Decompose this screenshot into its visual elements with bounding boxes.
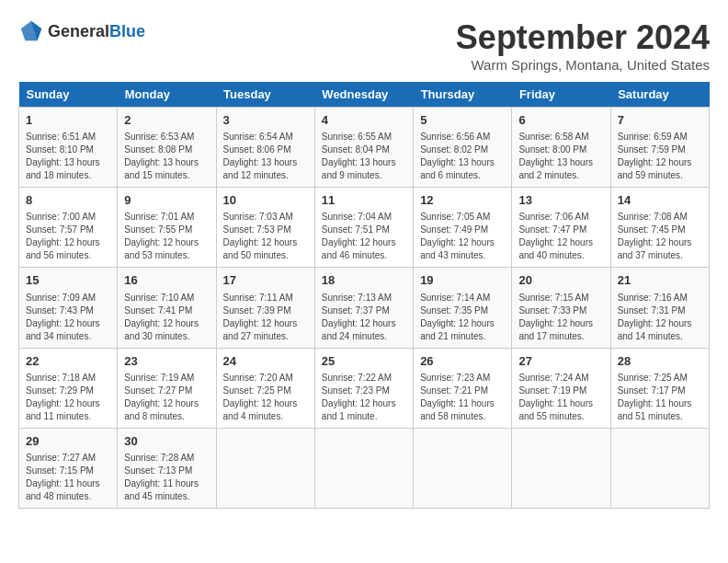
day-info: Sunrise: 7:14 AMSunset: 7:35 PMDaylight:…	[420, 292, 505, 343]
calendar-cell: 8Sunrise: 7:00 AMSunset: 7:57 PMDaylight…	[19, 188, 118, 268]
day-info: Sunrise: 7:16 AMSunset: 7:31 PMDaylight:…	[618, 292, 702, 343]
calendar-cell	[414, 428, 512, 508]
calendar-cell: 23Sunrise: 7:19 AMSunset: 7:27 PMDayligh…	[118, 348, 216, 428]
day-number: 3	[223, 112, 308, 129]
day-number: 5	[420, 112, 505, 129]
day-info: Sunrise: 7:15 AMSunset: 7:33 PMDaylight:…	[518, 292, 603, 343]
calendar-row-1: 1Sunrise: 6:51 AMSunset: 8:10 PMDaylight…	[19, 108, 710, 188]
logo: GeneralBlue	[18, 18, 145, 44]
day-number: 25	[322, 353, 406, 370]
calendar-cell: 28Sunrise: 7:25 AMSunset: 7:17 PMDayligh…	[610, 348, 709, 428]
day-info: Sunrise: 7:09 AMSunset: 7:43 PMDaylight:…	[26, 292, 110, 343]
logo-icon	[18, 18, 44, 44]
day-number: 11	[322, 192, 406, 209]
calendar-cell: 22Sunrise: 7:18 AMSunset: 7:29 PMDayligh…	[19, 348, 118, 428]
calendar-cell: 27Sunrise: 7:24 AMSunset: 7:19 PMDayligh…	[512, 348, 610, 428]
day-number: 12	[420, 192, 505, 209]
day-info: Sunrise: 7:06 AMSunset: 7:47 PMDaylight:…	[518, 211, 603, 262]
calendar-cell	[610, 428, 709, 508]
calendar-cell: 3Sunrise: 6:54 AMSunset: 8:06 PMDaylight…	[216, 108, 314, 188]
day-info: Sunrise: 6:54 AMSunset: 8:06 PMDaylight:…	[223, 131, 308, 182]
day-info: Sunrise: 7:22 AMSunset: 7:23 PMDaylight:…	[322, 372, 406, 423]
day-number: 15	[26, 272, 110, 289]
calendar-cell: 16Sunrise: 7:10 AMSunset: 7:41 PMDayligh…	[118, 268, 216, 348]
day-number: 27	[518, 353, 603, 370]
day-info: Sunrise: 7:10 AMSunset: 7:41 PMDaylight:…	[124, 292, 209, 343]
day-info: Sunrise: 6:58 AMSunset: 8:00 PMDaylight:…	[518, 131, 603, 182]
day-info: Sunrise: 7:28 AMSunset: 7:13 PMDaylight:…	[124, 452, 209, 503]
calendar-cell	[216, 428, 314, 508]
day-info: Sunrise: 6:56 AMSunset: 8:02 PMDaylight:…	[420, 131, 505, 182]
day-info: Sunrise: 7:25 AMSunset: 7:17 PMDaylight:…	[618, 372, 702, 423]
calendar-cell: 2Sunrise: 6:53 AMSunset: 8:08 PMDaylight…	[118, 108, 216, 188]
day-number: 19	[420, 272, 505, 289]
calendar-cell: 21Sunrise: 7:16 AMSunset: 7:31 PMDayligh…	[610, 268, 709, 348]
day-number: 29	[26, 433, 110, 450]
day-info: Sunrise: 7:05 AMSunset: 7:49 PMDaylight:…	[420, 211, 505, 262]
calendar-cell: 25Sunrise: 7:22 AMSunset: 7:23 PMDayligh…	[314, 348, 413, 428]
day-number: 30	[124, 433, 209, 450]
calendar-row-5: 29Sunrise: 7:27 AMSunset: 7:15 PMDayligh…	[19, 428, 710, 508]
header-tuesday: Tuesday	[216, 82, 314, 108]
calendar-cell: 5Sunrise: 6:56 AMSunset: 8:02 PMDaylight…	[414, 108, 512, 188]
calendar-cell: 12Sunrise: 7:05 AMSunset: 7:49 PMDayligh…	[414, 188, 512, 268]
calendar-cell: 14Sunrise: 7:08 AMSunset: 7:45 PMDayligh…	[610, 188, 709, 268]
day-info: Sunrise: 7:04 AMSunset: 7:51 PMDaylight:…	[322, 211, 406, 262]
calendar-cell: 1Sunrise: 6:51 AMSunset: 8:10 PMDaylight…	[19, 108, 118, 188]
day-number: 13	[518, 192, 603, 209]
header-sunday: Sunday	[19, 82, 118, 108]
header-thursday: Thursday	[414, 82, 512, 108]
day-info: Sunrise: 6:59 AMSunset: 7:59 PMDaylight:…	[618, 131, 702, 182]
day-number: 10	[223, 192, 308, 209]
calendar-cell	[314, 428, 413, 508]
calendar-row-2: 8Sunrise: 7:00 AMSunset: 7:57 PMDaylight…	[19, 188, 710, 268]
calendar-row-4: 22Sunrise: 7:18 AMSunset: 7:29 PMDayligh…	[19, 348, 710, 428]
title-section: September 2024 Warm Springs, Montana, Un…	[456, 18, 710, 73]
day-info: Sunrise: 7:23 AMSunset: 7:21 PMDaylight:…	[420, 372, 505, 423]
logo-blue: Blue	[109, 22, 145, 40]
day-info: Sunrise: 6:53 AMSunset: 8:08 PMDaylight:…	[124, 131, 209, 182]
day-info: Sunrise: 7:01 AMSunset: 7:55 PMDaylight:…	[124, 211, 209, 262]
day-number: 17	[223, 272, 308, 289]
day-info: Sunrise: 6:55 AMSunset: 8:04 PMDaylight:…	[322, 131, 406, 182]
header-saturday: Saturday	[610, 82, 709, 108]
calendar-cell: 4Sunrise: 6:55 AMSunset: 8:04 PMDaylight…	[314, 108, 413, 188]
day-number: 20	[518, 272, 603, 289]
calendar-cell: 30Sunrise: 7:28 AMSunset: 7:13 PMDayligh…	[118, 428, 216, 508]
header-friday: Friday	[512, 82, 610, 108]
day-info: Sunrise: 7:27 AMSunset: 7:15 PMDaylight:…	[26, 452, 110, 503]
calendar-cell: 10Sunrise: 7:03 AMSunset: 7:53 PMDayligh…	[216, 188, 314, 268]
page-header: GeneralBlue September 2024 Warm Springs,…	[18, 18, 710, 73]
calendar-cell: 17Sunrise: 7:11 AMSunset: 7:39 PMDayligh…	[216, 268, 314, 348]
day-number: 28	[618, 353, 702, 370]
day-number: 16	[124, 272, 209, 289]
calendar-header-row: SundayMondayTuesdayWednesdayThursdayFrid…	[19, 82, 710, 108]
day-number: 14	[618, 192, 702, 209]
day-number: 18	[322, 272, 406, 289]
day-number: 6	[518, 112, 603, 129]
logo-general: General	[48, 22, 109, 40]
calendar-cell: 20Sunrise: 7:15 AMSunset: 7:33 PMDayligh…	[512, 268, 610, 348]
day-info: Sunrise: 7:19 AMSunset: 7:27 PMDaylight:…	[124, 372, 209, 423]
day-info: Sunrise: 6:51 AMSunset: 8:10 PMDaylight:…	[26, 131, 110, 182]
day-number: 1	[26, 112, 110, 129]
day-info: Sunrise: 7:08 AMSunset: 7:45 PMDaylight:…	[618, 211, 702, 262]
header-wednesday: Wednesday	[314, 82, 413, 108]
calendar-row-3: 15Sunrise: 7:09 AMSunset: 7:43 PMDayligh…	[19, 268, 710, 348]
calendar-cell: 15Sunrise: 7:09 AMSunset: 7:43 PMDayligh…	[19, 268, 118, 348]
calendar-cell: 24Sunrise: 7:20 AMSunset: 7:25 PMDayligh…	[216, 348, 314, 428]
day-number: 23	[124, 353, 209, 370]
calendar-table: SundayMondayTuesdayWednesdayThursdayFrid…	[18, 82, 710, 509]
day-info: Sunrise: 7:20 AMSunset: 7:25 PMDaylight:…	[223, 372, 308, 423]
day-number: 24	[223, 353, 308, 370]
calendar-cell: 26Sunrise: 7:23 AMSunset: 7:21 PMDayligh…	[414, 348, 512, 428]
month-title: September 2024	[456, 18, 710, 57]
calendar-cell: 11Sunrise: 7:04 AMSunset: 7:51 PMDayligh…	[314, 188, 413, 268]
location-title: Warm Springs, Montana, United States	[456, 57, 710, 73]
day-number: 7	[618, 112, 702, 129]
calendar-cell: 6Sunrise: 6:58 AMSunset: 8:00 PMDaylight…	[512, 108, 610, 188]
day-info: Sunrise: 7:18 AMSunset: 7:29 PMDaylight:…	[26, 372, 110, 423]
calendar-cell: 7Sunrise: 6:59 AMSunset: 7:59 PMDaylight…	[610, 108, 709, 188]
day-number: 9	[124, 192, 209, 209]
day-info: Sunrise: 7:00 AMSunset: 7:57 PMDaylight:…	[26, 211, 110, 262]
